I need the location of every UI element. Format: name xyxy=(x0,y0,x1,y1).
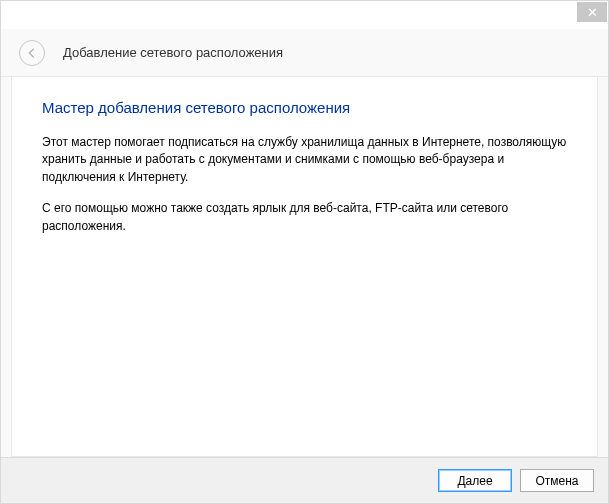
close-icon: ✕ xyxy=(587,5,598,20)
wizard-content: Мастер добавления сетевого расположения … xyxy=(11,77,598,457)
wizard-paragraph-2: С его помощью можно также создать ярлык … xyxy=(42,200,567,235)
back-button xyxy=(19,40,45,66)
content-wrapper: Мастер добавления сетевого расположения … xyxy=(1,77,608,457)
titlebar: ✕ xyxy=(1,1,608,29)
cancel-button[interactable]: Отмена xyxy=(520,469,594,492)
window-title: Добавление сетевого расположения xyxy=(63,45,283,60)
wizard-paragraph-1: Этот мастер помогает подписаться на служ… xyxy=(42,134,567,186)
close-button[interactable]: ✕ xyxy=(577,2,607,22)
wizard-window: ✕ Добавление сетевого расположения Масте… xyxy=(0,0,609,504)
wizard-header: Добавление сетевого расположения xyxy=(1,29,608,77)
back-arrow-icon xyxy=(25,46,39,60)
wizard-heading: Мастер добавления сетевого расположения xyxy=(42,99,567,116)
next-button[interactable]: Далее xyxy=(438,469,512,492)
wizard-footer: Далее Отмена xyxy=(1,457,608,503)
